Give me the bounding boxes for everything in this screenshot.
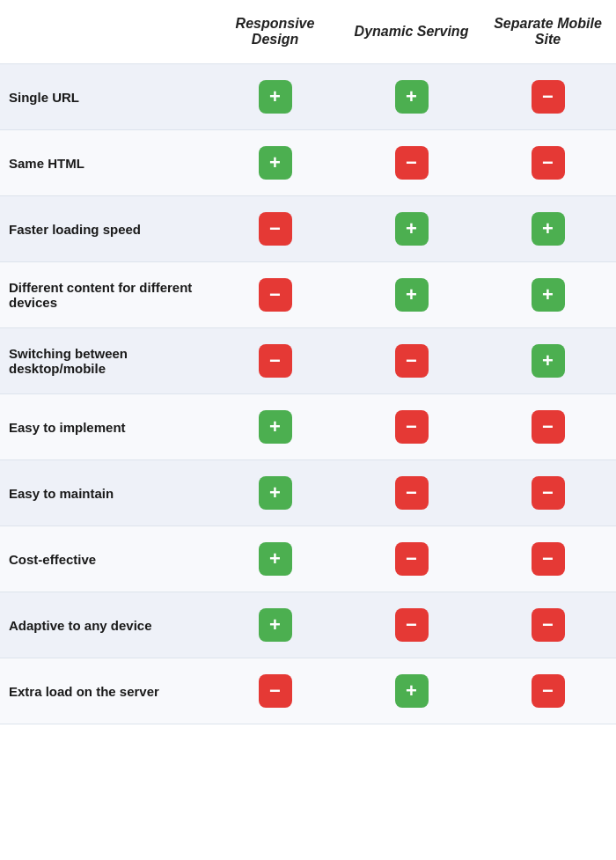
table-row: Faster loading speed−++	[0, 196, 616, 262]
plus-icon: +	[395, 674, 429, 708]
minus-icon: −	[532, 674, 565, 708]
icon-cell-row1-col1: +	[207, 130, 343, 196]
minus-icon: −	[395, 410, 429, 444]
icon-cell-row8-col2: −	[343, 592, 480, 658]
feature-label: Different content for different devices	[0, 262, 207, 328]
icon-cell-row1-col2: −	[343, 130, 480, 196]
plus-icon: +	[532, 212, 565, 246]
feature-label: Faster loading speed	[0, 196, 207, 262]
feature-label: Adaptive to any device	[0, 592, 207, 658]
icon-cell-row3-col2: +	[343, 262, 480, 328]
minus-icon: −	[532, 608, 565, 642]
plus-icon: +	[532, 344, 565, 378]
plus-icon: +	[259, 146, 292, 180]
icon-cell-row7-col1: +	[207, 526, 343, 592]
feature-label: Easy to maintain	[0, 460, 207, 526]
plus-icon: +	[259, 476, 292, 510]
minus-icon: −	[532, 476, 565, 510]
plus-icon: +	[259, 80, 292, 114]
icon-cell-row0-col2: +	[343, 64, 480, 130]
feature-label: Cost-effective	[0, 526, 207, 592]
table-row: Single URL++−	[0, 64, 616, 130]
icon-cell-row6-col2: −	[343, 460, 480, 526]
icon-cell-row5-col3: −	[480, 394, 616, 460]
minus-icon: −	[395, 608, 429, 642]
table-row: Extra load on the server−+−	[0, 658, 616, 724]
icon-cell-row4-col2: −	[343, 328, 480, 394]
comparison-table: Responsive Design Dynamic Serving Separa…	[0, 0, 616, 724]
icon-cell-row9-col2: +	[343, 658, 480, 724]
icon-cell-row4-col3: +	[480, 328, 616, 394]
feature-label: Easy to implement	[0, 394, 207, 460]
minus-icon: −	[532, 80, 565, 114]
icon-cell-row4-col1: −	[207, 328, 343, 394]
icon-cell-row7-col2: −	[343, 526, 480, 592]
minus-icon: −	[395, 146, 429, 180]
minus-icon: −	[395, 542, 429, 576]
col1-header: Responsive Design	[207, 0, 343, 64]
icon-cell-row5-col2: −	[343, 394, 480, 460]
plus-icon: +	[259, 542, 292, 576]
minus-icon: −	[395, 476, 429, 510]
icon-cell-row2-col1: −	[207, 196, 343, 262]
plus-icon: +	[532, 278, 565, 312]
table-row: Different content for different devices−…	[0, 262, 616, 328]
table-row: Adaptive to any device+−−	[0, 592, 616, 658]
icon-cell-row1-col3: −	[480, 130, 616, 196]
plus-icon: +	[259, 410, 292, 444]
table-row: Switching between desktop/mobile−−+	[0, 328, 616, 394]
feature-label: Extra load on the server	[0, 658, 207, 724]
icon-cell-row3-col1: −	[207, 262, 343, 328]
col3-header: Separate Mobile Site	[480, 0, 616, 64]
plus-icon: +	[395, 278, 429, 312]
icon-cell-row8-col1: +	[207, 592, 343, 658]
minus-icon: −	[259, 278, 292, 312]
icon-cell-row2-col2: +	[343, 196, 480, 262]
icon-cell-row7-col3: −	[480, 526, 616, 592]
icon-cell-row6-col3: −	[480, 460, 616, 526]
icon-cell-row8-col3: −	[480, 592, 616, 658]
icon-cell-row2-col3: +	[480, 196, 616, 262]
feature-column-header	[0, 0, 207, 64]
icon-cell-row6-col1: +	[207, 460, 343, 526]
table-body: Single URL++−Same HTML+−−Faster loading …	[0, 64, 616, 724]
plus-icon: +	[395, 80, 429, 114]
minus-icon: −	[259, 674, 292, 708]
plus-icon: +	[259, 608, 292, 642]
plus-icon: +	[395, 212, 429, 246]
icon-cell-row5-col1: +	[207, 394, 343, 460]
icon-cell-row9-col3: −	[480, 658, 616, 724]
minus-icon: −	[532, 542, 565, 576]
icon-cell-row3-col3: +	[480, 262, 616, 328]
table-row: Cost-effective+−−	[0, 526, 616, 592]
col2-header: Dynamic Serving	[343, 0, 480, 64]
feature-label: Switching between desktop/mobile	[0, 328, 207, 394]
table-row: Easy to maintain+−−	[0, 460, 616, 526]
table-row: Easy to implement+−−	[0, 394, 616, 460]
header-row: Responsive Design Dynamic Serving Separa…	[0, 0, 616, 64]
icon-cell-row0-col3: −	[480, 64, 616, 130]
minus-icon: −	[532, 146, 565, 180]
table-row: Same HTML+−−	[0, 130, 616, 196]
feature-label: Same HTML	[0, 130, 207, 196]
minus-icon: −	[395, 344, 429, 378]
minus-icon: −	[532, 410, 565, 444]
feature-label: Single URL	[0, 64, 207, 130]
icon-cell-row9-col1: −	[207, 658, 343, 724]
icon-cell-row0-col1: +	[207, 64, 343, 130]
minus-icon: −	[259, 212, 292, 246]
minus-icon: −	[259, 344, 292, 378]
